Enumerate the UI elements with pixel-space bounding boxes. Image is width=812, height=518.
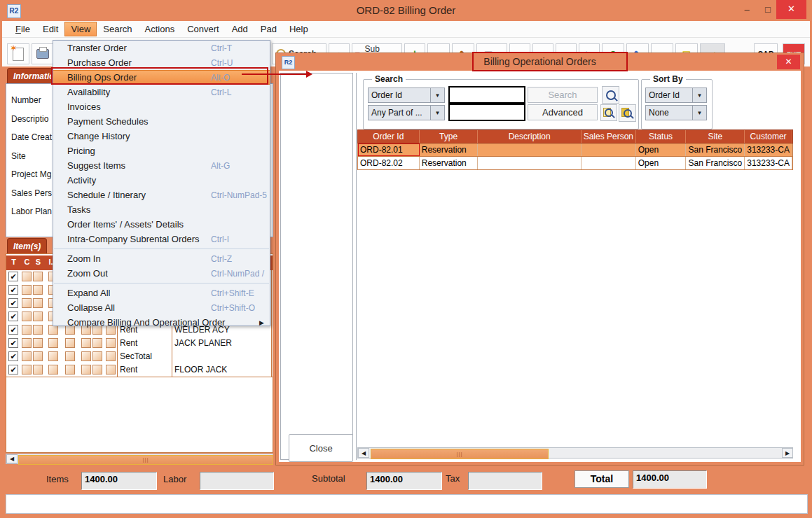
row-checkbox[interactable] <box>22 351 32 361</box>
menubar-item-search[interactable]: Search <box>97 22 138 36</box>
row-checkbox[interactable] <box>92 338 102 348</box>
row-checkbox[interactable] <box>22 272 32 281</box>
items-grid-row[interactable]: ✔RentFLOOR JACK <box>6 363 273 377</box>
menubar-item-help[interactable]: Help <box>283 22 315 36</box>
row-checkbox[interactable] <box>22 285 32 295</box>
view-menu-item-collapse-all[interactable]: Collapse AllCtrl+Shift-O <box>53 300 270 315</box>
row-checkbox[interactable] <box>106 338 116 348</box>
advanced-search-button[interactable]: Advanced <box>528 104 598 120</box>
items-column-header-c[interactable]: C <box>21 258 33 266</box>
row-checkbox-checked[interactable]: ✔ <box>8 338 18 348</box>
row-checkbox[interactable] <box>22 325 32 335</box>
row-checkbox[interactable] <box>33 325 43 335</box>
orders-column-header-order-id[interactable]: Order Id <box>358 130 420 143</box>
row-checkbox-checked[interactable]: ✔ <box>8 272 18 281</box>
items-column-header-t[interactable]: T <box>8 258 20 266</box>
chevron-down-icon[interactable]: ▼ <box>430 106 444 120</box>
row-checkbox[interactable] <box>22 312 32 321</box>
orders-table-row[interactable]: ORD-82.01ReservationOpenSan Francisco313… <box>357 144 793 157</box>
view-menu-item-invoices[interactable]: Invoices <box>53 99 270 114</box>
menubar-item-add[interactable]: Add <box>226 22 254 36</box>
search-input-2[interactable] <box>448 104 525 121</box>
quick-search-icon[interactable] <box>602 86 619 104</box>
row-checkbox[interactable] <box>65 338 75 348</box>
chevron-down-icon[interactable]: ▼ <box>692 106 706 120</box>
sort-secondary-combo[interactable]: None ▼ <box>645 105 707 120</box>
items-grid-row[interactable]: ✔RentJACK PLANER <box>6 337 273 351</box>
row-checkbox[interactable] <box>33 298 43 308</box>
menubar-item-actions[interactable]: Actions <box>139 22 181 36</box>
row-checkbox[interactable] <box>106 351 116 361</box>
row-checkbox[interactable] <box>33 285 43 295</box>
items-grid-row[interactable]: ✔SecTotal <box>6 350 273 364</box>
view-menu-item-payment-schedules[interactable]: Payment Schedules <box>53 114 270 129</box>
doc-search-icon[interactable] <box>600 104 617 121</box>
row-checkbox[interactable] <box>48 351 58 361</box>
search-action-button[interactable]: Search <box>528 87 598 103</box>
row-checkbox[interactable] <box>33 272 43 281</box>
row-checkbox[interactable] <box>92 351 102 361</box>
menubar-item-convert[interactable]: Convert <box>181 22 226 36</box>
view-menu-item-activity[interactable]: Activity <box>53 173 270 188</box>
row-checkbox-checked[interactable]: ✔ <box>8 351 18 361</box>
row-checkbox[interactable] <box>65 351 75 361</box>
search-input-1[interactable] <box>448 86 525 104</box>
view-menu-item-expand-all[interactable]: Expand AllCtrl+Shift-E <box>53 286 270 300</box>
menubar-item-file[interactable]: File <box>9 22 36 36</box>
row-checkbox-checked[interactable]: ✔ <box>8 285 18 295</box>
menubar-item-edit[interactable]: Edit <box>36 22 64 36</box>
menubar-item-view[interactable]: View <box>64 22 97 36</box>
search-match-combo[interactable]: Any Part of ... ▼ <box>368 105 445 120</box>
view-menu-item-transfer-order[interactable]: Transfer OrderCtrl-T <box>53 41 270 55</box>
orders-column-header-status[interactable]: Status <box>636 130 687 143</box>
orders-column-header-type[interactable]: Type <box>420 130 479 143</box>
row-checkbox-checked[interactable]: ✔ <box>8 298 18 308</box>
view-menu-item-availability[interactable]: AvailabilityCtrl-L <box>53 85 270 99</box>
main-hscrollbar[interactable]: ◀ ||| <box>6 454 273 464</box>
view-menu-item-zoom-in[interactable]: Zoom InCtrl-Z <box>53 251 270 266</box>
view-menu-item-pricing[interactable]: Pricing <box>53 144 270 158</box>
row-checkbox[interactable] <box>33 312 43 321</box>
view-menu-item-intra-company-subrental-orders[interactable]: Intra-Company Subrental OrdersCtrl-I <box>53 232 270 246</box>
scroll-left-icon[interactable]: ◀ <box>358 448 369 458</box>
chevron-down-icon[interactable]: ▼ <box>692 88 706 102</box>
view-menu-item-schedule-itinerary[interactable]: Schedule / ItineraryCtrl-NumPad-5 <box>53 188 270 202</box>
dialog-close-icon[interactable]: ✕ <box>777 55 800 69</box>
new-document-button[interactable]: ✶ <box>7 43 29 64</box>
row-checkbox[interactable] <box>22 338 32 348</box>
main-hscrollbar-thumb[interactable]: ||| <box>18 455 273 465</box>
row-checkbox[interactable] <box>48 338 58 348</box>
scroll-left-icon[interactable]: ◀ <box>6 454 18 463</box>
row-checkbox-checked[interactable]: ✔ <box>8 312 18 321</box>
print-button[interactable] <box>32 43 54 64</box>
row-checkbox-checked[interactable]: ✔ <box>8 325 18 335</box>
row-checkbox[interactable] <box>22 298 32 308</box>
view-menu-item-order-items-assets-details[interactable]: Order Items' / Assets' Details <box>53 217 270 232</box>
view-menu-item-suggest-items[interactable]: Suggest ItemsAlt-G <box>53 158 270 173</box>
row-checkbox-checked[interactable]: ✔ <box>8 365 18 374</box>
row-checkbox[interactable] <box>48 365 58 374</box>
minimize-button[interactable]: – <box>737 3 757 18</box>
dialog-hscrollbar[interactable]: ◀ ▶ ||| <box>357 447 793 458</box>
view-menu-item-tasks[interactable]: Tasks <box>53 202 270 217</box>
view-menu-item-change-history[interactable]: Change History <box>53 129 270 144</box>
orders-column-header-sales-person[interactable]: Sales Person <box>582 130 636 143</box>
scroll-right-icon[interactable]: ▶ <box>782 448 793 458</box>
row-checkbox[interactable] <box>81 365 91 374</box>
orders-column-header-description[interactable]: Description <box>478 130 582 143</box>
row-checkbox[interactable] <box>65 365 75 374</box>
view-menu-item-zoom-out[interactable]: Zoom OutCtrl-NumPad / <box>53 266 270 281</box>
row-checkbox[interactable] <box>33 365 43 374</box>
table-search-icon[interactable] <box>619 104 636 122</box>
view-menu-item-compare-billing-and-operational-order[interactable]: Compare Billing And Operational Order▶ <box>53 315 270 330</box>
row-checkbox[interactable] <box>81 338 91 348</box>
dialog-hscrollbar-thumb[interactable]: ||| <box>371 449 549 459</box>
row-checkbox[interactable] <box>33 351 43 361</box>
search-field-combo[interactable]: Order Id ▼ <box>368 88 445 103</box>
close-button[interactable]: ✕ <box>776 0 806 19</box>
orders-table-row[interactable]: ORD-82.02ReservationOpenSan Francisco313… <box>357 157 793 170</box>
chevron-down-icon[interactable]: ▼ <box>430 88 444 102</box>
maximize-button[interactable]: □ <box>758 3 778 18</box>
orders-column-header-customer[interactable]: Customer <box>745 130 792 143</box>
items-column-header-s[interactable]: S <box>32 258 44 266</box>
